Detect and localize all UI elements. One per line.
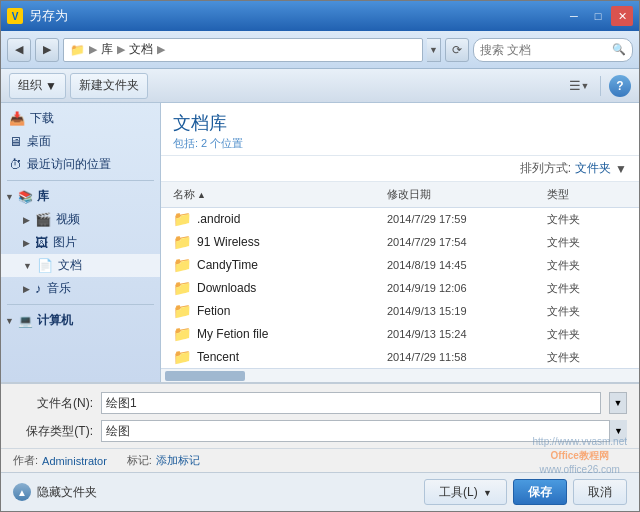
sidebar-item-pictures[interactable]: ▶ 🖼 图片 — [1, 231, 160, 254]
folder-icon: 📁 — [173, 233, 192, 251]
pictures-expand-icon: ▶ — [23, 238, 30, 248]
col-header-name[interactable]: 名称 ▲ — [173, 184, 387, 205]
file-date: 2014/7/29 17:59 — [387, 213, 547, 225]
author-value[interactable]: Administrator — [42, 455, 107, 467]
sidebar-divider-2 — [7, 304, 154, 305]
window-controls: ─ □ ✕ — [563, 6, 633, 26]
file-date: 2014/7/29 17:54 — [387, 236, 547, 248]
save-button[interactable]: 保存 — [513, 479, 567, 505]
cancel-button[interactable]: 取消 — [573, 479, 627, 505]
search-input[interactable] — [480, 43, 608, 57]
filetype-select[interactable]: 绘图 — [101, 420, 627, 442]
sidebar-group-computer: ▼ 💻 计算机 — [1, 309, 160, 332]
title-bar: V 另存为 ─ □ ✕ — [1, 1, 639, 31]
address-bar: ◀ ▶ 📁 ▶ 库 ▶ 文档 ▶ ▼ ⟳ 🔍 — [1, 31, 639, 69]
bottom-left: ▲ 隐藏文件夹 — [13, 483, 97, 501]
horizontal-scrollbar[interactable] — [161, 368, 639, 382]
address-path[interactable]: 📁 ▶ 库 ▶ 文档 ▶ — [63, 38, 423, 62]
table-row[interactable]: 📁 Tencent 2014/7/29 11:58 文件夹 — [161, 346, 639, 368]
filetype-label: 保存类型(T): — [13, 423, 93, 440]
sidebar-item-desktop[interactable]: 🖥 桌面 — [1, 130, 160, 153]
file-name-cell: 📁 91 Wireless — [173, 233, 387, 251]
sidebar-item-music[interactable]: ▶ ♪ 音乐 — [1, 277, 160, 300]
help-button[interactable]: ? — [609, 75, 631, 97]
music-expand-icon: ▶ — [23, 284, 30, 294]
forward-button[interactable]: ▶ — [35, 38, 59, 62]
file-name-cell: 📁 Fetion — [173, 302, 387, 320]
file-type: 文件夹 — [547, 350, 627, 365]
sidebar-group-library-header[interactable]: ▼ 📚 库 — [1, 185, 160, 208]
hide-folders-button[interactable]: ▲ — [13, 483, 31, 501]
file-type: 文件夹 — [547, 258, 627, 273]
sidebar-item-documents[interactable]: ▼ 📄 文档 — [1, 254, 160, 277]
author-item: 作者: Administrator — [13, 453, 107, 468]
recent-icon: ⏱ — [9, 157, 22, 172]
file-type: 文件夹 — [547, 281, 627, 296]
file-name: My Fetion file — [197, 327, 268, 341]
file-name-cell: 📁 My Fetion file — [173, 325, 387, 343]
file-list: 📁 .android 2014/7/29 17:59 文件夹 📁 91 Wire… — [161, 208, 639, 368]
table-row[interactable]: 📁 My Fetion file 2014/9/13 15:24 文件夹 — [161, 323, 639, 346]
table-row[interactable]: 📁 CandyTime 2014/8/19 14:45 文件夹 — [161, 254, 639, 277]
file-type: 文件夹 — [547, 212, 627, 227]
file-date: 2014/7/29 11:58 — [387, 351, 547, 363]
file-name: Tencent — [197, 350, 239, 364]
video-expand-icon: ▶ — [23, 215, 30, 225]
view-icon: ☰ — [569, 78, 581, 93]
file-name: 91 Wireless — [197, 235, 260, 249]
sidebar-group-computer-header[interactable]: ▼ 💻 计算机 — [1, 309, 160, 332]
view-button[interactable]: ☰ ▼ — [566, 73, 592, 99]
save-as-dialog: V 另存为 ─ □ ✕ ◀ ▶ 📁 ▶ 库 ▶ 文档 ▶ ▼ ⟳ 🔍 组织 ▼ — [0, 0, 640, 512]
column-headers: 名称 ▲ 修改日期 类型 — [161, 182, 639, 208]
filename-input[interactable] — [101, 392, 601, 414]
sidebar-item-video[interactable]: ▶ 🎬 视频 — [1, 208, 160, 231]
file-date: 2014/9/13 15:24 — [387, 328, 547, 340]
file-name-cell: 📁 Tencent — [173, 348, 387, 366]
folder-icon: 📁 — [173, 279, 192, 297]
computer-expand-icon: ▼ — [5, 316, 14, 326]
folder-icon: 📁 — [173, 325, 192, 343]
refresh-button[interactable]: ⟳ — [445, 38, 469, 62]
music-icon: ♪ — [35, 281, 42, 296]
computer-icon: 💻 — [18, 314, 33, 328]
folder-icon: 📁 — [173, 210, 192, 228]
maximize-button[interactable]: □ — [587, 6, 609, 26]
sidebar-item-recent[interactable]: ⏱ 最近访问的位置 — [1, 153, 160, 176]
file-name: CandyTime — [197, 258, 258, 272]
new-folder-button[interactable]: 新建文件夹 — [70, 73, 148, 99]
sort-bar: 排列方式: 文件夹 ▼ — [161, 156, 639, 182]
organize-button[interactable]: 组织 ▼ — [9, 73, 66, 99]
sort-link[interactable]: 文件夹 — [575, 160, 611, 177]
path-dropdown-button[interactable]: ▼ — [427, 38, 441, 62]
table-row[interactable]: 📁 Downloads 2014/9/19 12:06 文件夹 — [161, 277, 639, 300]
filename-label: 文件名(N): — [13, 395, 93, 412]
filename-dropdown-arrow[interactable]: ▼ — [609, 392, 627, 414]
tags-value[interactable]: 添加标记 — [156, 453, 200, 468]
col-header-type[interactable]: 类型 — [547, 184, 627, 205]
bottom-right: 工具(L) ▼ 保存 取消 — [424, 479, 627, 505]
minimize-button[interactable]: ─ — [563, 6, 585, 26]
sort-arrow-icon: ▼ — [615, 162, 627, 176]
file-name: Downloads — [197, 281, 256, 295]
file-type: 文件夹 — [547, 304, 627, 319]
path-segment-docs[interactable]: 文档 — [129, 41, 153, 58]
file-name-cell: 📁 CandyTime — [173, 256, 387, 274]
file-date: 2014/9/13 15:19 — [387, 305, 547, 317]
sidebar-item-downloads[interactable]: 📥 下载 — [1, 107, 160, 130]
folder-icon: 📁 — [173, 302, 192, 320]
path-segment-library[interactable]: 库 — [101, 41, 113, 58]
col-header-modified[interactable]: 修改日期 — [387, 184, 547, 205]
table-row[interactable]: 📁 91 Wireless 2014/7/29 17:54 文件夹 — [161, 231, 639, 254]
app-icon: V — [7, 8, 23, 24]
back-button[interactable]: ◀ — [7, 38, 31, 62]
tools-button[interactable]: 工具(L) ▼ — [424, 479, 507, 505]
table-row[interactable]: 📁 .android 2014/7/29 17:59 文件夹 — [161, 208, 639, 231]
table-row[interactable]: 📁 Fetion 2014/9/13 15:19 文件夹 — [161, 300, 639, 323]
toolbar: 组织 ▼ 新建文件夹 ☰ ▼ ? — [1, 69, 639, 103]
sidebar-divider-1 — [7, 180, 154, 181]
main-content: 📥 下载 🖥 桌面 ⏱ 最近访问的位置 ▼ 📚 库 ▶ — [1, 103, 639, 382]
library-title: 文档库 — [173, 111, 627, 135]
close-button[interactable]: ✕ — [611, 6, 633, 26]
library-folder-icon: 📚 — [18, 190, 33, 204]
h-scroll-thumb[interactable] — [165, 371, 245, 381]
